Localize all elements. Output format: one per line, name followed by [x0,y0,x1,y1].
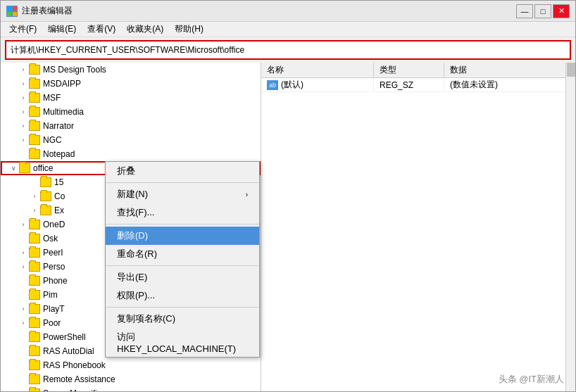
tree-item-multimedia[interactable]: › Multimedia [1,105,261,119]
cell-name: ab (默认) [261,78,374,91]
ctx-access-local-machine[interactable]: 访问 HKEY_LOCAL_MACHINE(T) [106,328,259,357]
tree-label: MSDAIPP [43,79,81,89]
ctx-label: 重命名(R) [117,248,157,260]
ctx-collapse[interactable]: 折叠 [106,162,259,180]
menu-edit[interactable]: 编辑(E) [42,22,82,37]
tree-item-screenmagnifier[interactable]: › ScreenMagnifier [1,386,261,391]
tree-label: OneD [43,220,65,229]
expand-arrow: › [18,120,29,132]
col-header-name: 名称 [261,63,374,77]
folder-icon [19,163,30,173]
maximize-button[interactable]: □ [534,4,551,18]
folder-icon [29,107,40,117]
tree-item-narrator[interactable]: › Narrator [1,119,261,133]
tree-item-ms-design-tools[interactable]: › MS Design Tools [1,63,261,77]
tree-label: office [33,163,53,173]
expand-arrow: › [18,64,29,75]
expand-arrow: › [18,303,29,315]
window-controls: — □ ✕ [516,4,570,18]
tree-item-msf[interactable]: › MSF [1,91,261,105]
ctx-label: 导出(E) [117,271,147,284]
tree-label: Pim [43,290,58,300]
address-bar[interactable]: 计算机\HKEY_CURRENT_USER\SOFTWARE\Microsoft… [5,40,571,60]
right-scrollbar[interactable] [565,63,575,391]
expand-arrow: › [29,191,40,202]
col-header-data: 数据 [444,63,565,77]
tree-label: Osk [43,234,58,244]
registry-value-icon: ab [267,80,278,90]
tree-label: 15 [54,177,63,187]
folder-icon [29,332,40,342]
ctx-copy-key-name[interactable]: 复制项名称(C) [106,310,259,328]
address-bar-value: 计算机\HKEY_CURRENT_USER\SOFTWARE\Microsoft… [11,44,244,56]
folder-icon [29,346,40,356]
menu-view[interactable]: 查看(V) [82,22,121,37]
tree-label: NGC [43,135,62,145]
tree-item-remote-assistance[interactable]: › Remote Assistance [1,372,261,386]
ctx-label: 查找(F)... [117,206,154,219]
menu-file[interactable]: 文件(F) [4,22,42,37]
ctx-delete[interactable]: 删除(D) [106,227,259,245]
ctx-separator-3 [106,265,259,266]
menu-bar: 文件(F) 编辑(E) 查看(V) 收藏夹(A) 帮助(H) [1,22,575,37]
submenu-arrow: › [246,191,248,198]
tree-item-ngc[interactable]: › NGC [1,133,261,147]
registry-name-label: (默认) [281,79,303,91]
scrollbar-thumb[interactable] [567,63,575,77]
context-menu: 折叠 新建(N) › 查找(F)... 删除(D) 重命名(R) 导出(E) 权… [105,161,260,358]
col-header-type: 类型 [374,63,444,77]
tree-item-msdaipp[interactable]: › MSDAIPP [1,77,261,91]
tree-label: MS Design Tools [43,65,106,75]
cell-data: (数值未设置) [444,78,565,91]
ctx-permissions[interactable]: 权限(P)... [106,286,259,305]
tree-label: Notepad [43,149,75,159]
folder-icon [29,65,40,75]
tree-label: Narrator [43,121,74,131]
tree-label: MSF [43,93,61,103]
folder-icon [29,121,40,131]
svg-rect-1 [13,6,17,11]
folder-icon [40,177,51,187]
ctx-separator-1 [106,182,259,183]
tree-label: RAS Phonebook [43,360,106,370]
folder-icon [29,388,40,391]
expand-arrow: › [18,92,29,103]
folder-icon [29,220,40,229]
tree-label: Multimedia [43,107,84,117]
tree-label: RAS AutoDial [43,346,94,356]
ctx-export[interactable]: 导出(E) [106,268,259,286]
folder-icon [29,290,40,300]
ctx-find[interactable]: 查找(F)... [106,203,259,222]
expand-arrow: › [18,78,29,89]
watermark: 头条 @IT新潮人 [499,373,564,386]
folder-icon [29,248,40,258]
folder-icon [29,93,40,103]
minimize-button[interactable]: — [516,4,533,18]
title-bar: 注册表编辑器 — □ ✕ [1,1,575,22]
tree-item-ras-phonebook[interactable]: › RAS Phonebook [1,358,261,372]
tree-label: Co [54,191,65,201]
close-button[interactable]: ✕ [553,4,570,18]
expand-arrow: › [18,219,29,230]
folder-icon [29,360,40,370]
tree-item-notepad[interactable]: › Notepad [1,147,261,161]
ctx-new[interactable]: 新建(N) › [106,185,259,203]
ctx-separator-2 [106,224,259,225]
expand-arrow: › [18,106,29,118]
ctx-label: 新建(N) [117,188,148,201]
tree-label: Remote Assistance [43,374,115,384]
expand-arrow: ∨ [8,163,19,174]
right-pane: 名称 类型 数据 ab (默认) REG_SZ (数值未设置) [261,63,565,391]
tree-label: Poor [43,318,61,328]
menu-favorites[interactable]: 收藏夹(A) [121,22,169,37]
folder-icon [29,262,40,272]
expand-arrow: › [29,205,40,216]
menu-help[interactable]: 帮助(H) [169,22,209,37]
ctx-label: 复制项名称(C) [117,312,175,325]
ctx-label: 访问 HKEY_LOCAL_MACHINE(T) [117,331,248,354]
table-row[interactable]: ab (默认) REG_SZ (数值未设置) [261,78,565,92]
ctx-label: 权限(P)... [117,289,155,302]
ctx-rename[interactable]: 重命名(R) [106,245,259,263]
ctx-separator-4 [106,307,259,308]
folder-icon [40,206,51,215]
